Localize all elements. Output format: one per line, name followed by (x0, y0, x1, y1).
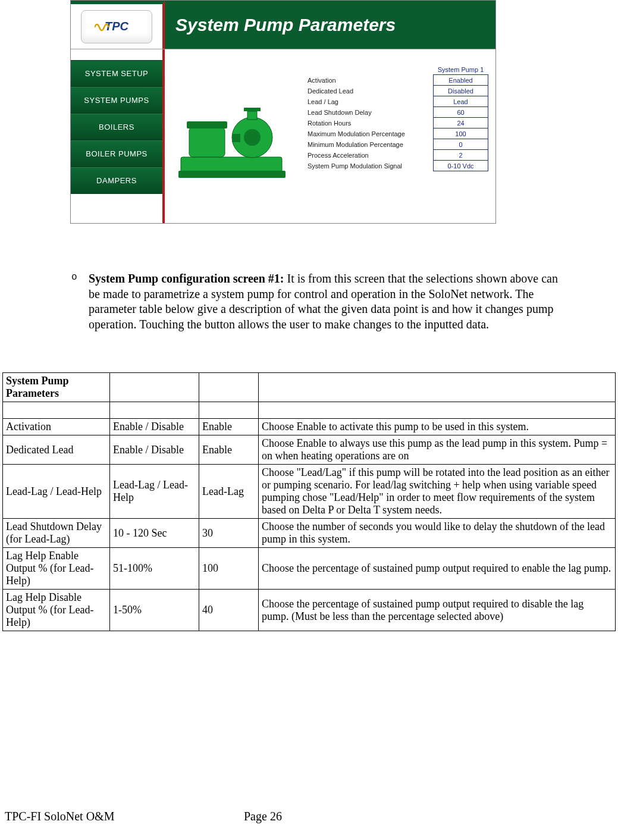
ui-col-header: System Pump 1 (434, 66, 488, 75)
ui-param-value[interactable]: 100 (434, 128, 488, 139)
ui-param-value[interactable]: Lead (434, 96, 488, 107)
ui-param-value[interactable]: Enabled (434, 75, 488, 86)
ui-param-value[interactable]: 60 (434, 107, 488, 118)
ui-param-label: Maximum Modulation Percentage (308, 128, 434, 139)
ui-param-value[interactable]: Disabled (434, 86, 488, 96)
table-row: Dedicated Lead Enable / Disable Enable C… (3, 435, 616, 465)
tpc-logo: TPC (81, 10, 152, 43)
ui-param-value[interactable]: 24 (434, 118, 488, 128)
ui-param-label: Minimum Modulation Percentage (308, 139, 434, 150)
ui-param-label: Lead Shutdown Delay (308, 107, 434, 118)
param-desc: Choose Enable to activate this pump to b… (259, 419, 616, 435)
param-range: Lead-Lag / Lead-Help (110, 465, 199, 519)
param-range: Enable / Disable (110, 435, 199, 465)
table-row: Activation Enable / Disable Enable Choos… (3, 419, 616, 435)
param-default: Enable (199, 419, 259, 435)
ui-param-label: Activation (308, 75, 434, 86)
svg-rect-1 (178, 171, 286, 178)
nav-boilers[interactable]: BOILERS (71, 114, 162, 140)
svg-rect-6 (232, 134, 240, 142)
footer-center: Page 26 (244, 810, 282, 823)
ui-param-label: Process Acceleration (308, 150, 434, 161)
table-row: Lag Help Disable Output % (for Lead-Help… (3, 590, 616, 631)
param-default: 40 (199, 590, 259, 631)
list-bullet: o (71, 271, 86, 283)
param-range: Enable / Disable (110, 419, 199, 435)
ui-sidebar: SYSTEM SETUP SYSTEM PUMPS BOILERS BOILER… (71, 49, 165, 223)
param-range: 51-100% (110, 548, 199, 590)
ui-param-label: Rotation Hours (308, 118, 434, 128)
table-row (3, 402, 616, 419)
param-name: Lag Help Enable Output % (for Lead-Help) (3, 548, 110, 590)
nav-system-setup[interactable]: SYSTEM SETUP (71, 60, 162, 87)
param-range: 10 - 120 Sec (110, 519, 199, 548)
ui-header: TPC System Pump Parameters (71, 1, 495, 49)
param-default: Enable (199, 435, 259, 465)
table-row: System Pump Parameters (3, 373, 616, 402)
ui-param-panel: System Pump 1 ActivationEnabled Dedicate… (308, 66, 488, 212)
nav-dampers[interactable]: DAMPERS (71, 167, 162, 194)
paragraph-heading: System Pump configuration screen #1: (89, 272, 284, 285)
config-screen-paragraph: o System Pump configuration screen #1: I… (71, 271, 570, 332)
ui-content: System Pump 1 ActivationEnabled Dedicate… (165, 49, 495, 223)
param-default: 30 (199, 519, 259, 548)
table-row: Lead-Lag / Lead-Help Lead-Lag / Lead-Hel… (3, 465, 616, 519)
param-name: Lag Help Disable Output % (for Lead-Help… (3, 590, 110, 631)
ui-param-value[interactable]: 2 (434, 150, 488, 161)
ui-param-value[interactable]: 0-10 Vdc (434, 161, 488, 171)
param-name: Lead Shutdown Delay (for Lead-Lag) (3, 519, 110, 548)
parameters-table: System Pump Parameters Activation Enable… (2, 372, 616, 631)
logo-area: TPC (71, 1, 165, 49)
nav-boiler-pumps[interactable]: BOILER PUMPS (71, 140, 162, 167)
ui-body: SYSTEM SETUP SYSTEM PUMPS BOILERS BOILER… (71, 49, 495, 223)
svg-rect-8 (244, 108, 261, 111)
svg-point-5 (244, 129, 261, 146)
pump-icon (175, 95, 294, 184)
ui-param-value[interactable]: 0 (434, 139, 488, 150)
svg-rect-3 (187, 121, 227, 128)
logo-wave-icon (95, 21, 111, 33)
param-name: Lead-Lag / Lead-Help (3, 465, 110, 519)
table-row: Lead Shutdown Delay (for Lead-Lag) 10 - … (3, 519, 616, 548)
svg-rect-2 (189, 127, 225, 157)
table-header-cell: System Pump Parameters (3, 373, 110, 402)
ui-title: System Pump Parameters (165, 1, 495, 49)
param-name: Activation (3, 419, 110, 435)
footer-left: TPC-FI SoloNet O&M (5, 810, 114, 823)
param-desc: Choose the percentage of sustained pump … (259, 548, 616, 590)
param-name: Dedicated Lead (3, 435, 110, 465)
param-desc: Choose the percentage of sustained pump … (259, 590, 616, 631)
table-row: Lag Help Enable Output % (for Lead-Help)… (3, 548, 616, 590)
param-default: Lead-Lag (199, 465, 259, 519)
svg-rect-7 (247, 111, 257, 120)
ui-param-label: System Pump Modulation Signal (308, 161, 434, 171)
param-desc: Choose "Lead/Lag" if this pump will be r… (259, 465, 616, 519)
ui-param-label: Dedicated Lead (308, 86, 434, 96)
param-desc: Choose Enable to always use this pump as… (259, 435, 616, 465)
ui-param-label: Lead / Lag (308, 96, 434, 107)
param-desc: Choose the number of seconds you would l… (259, 519, 616, 548)
param-default: 100 (199, 548, 259, 590)
page-footer: TPC-FI SoloNet O&M Page 26 (0, 810, 618, 823)
embedded-ui-screenshot: TPC System Pump Parameters SYSTEM SETUP … (70, 0, 496, 224)
nav-system-pumps[interactable]: SYSTEM PUMPS (71, 87, 162, 114)
pump-illustration (172, 66, 297, 212)
param-range: 1-50% (110, 590, 199, 631)
